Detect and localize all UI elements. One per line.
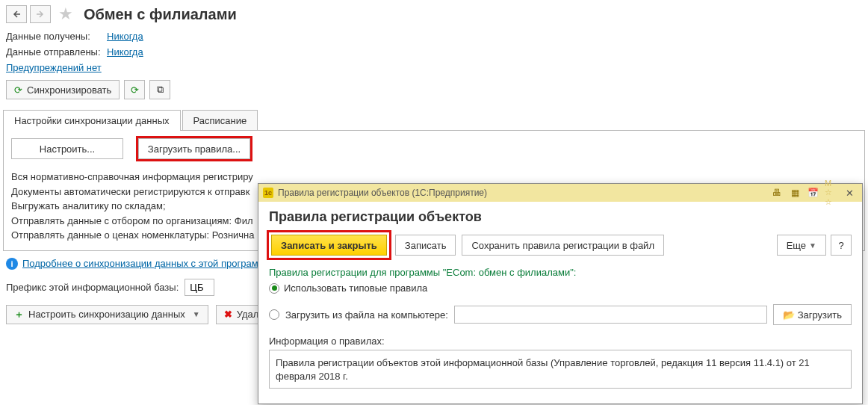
dialog-heading: Правила регистрации объектов	[269, 209, 852, 225]
dialog-toolbar: Записать и закрыть Записать Сохранить пр…	[269, 232, 852, 258]
rules-dialog: 1c Правила регистрации объектов (1С:Пред…	[258, 183, 863, 404]
configure-sync-label: Настроить синхронизацию данных	[28, 309, 185, 320]
radio-use-default[interactable]	[269, 283, 279, 294]
prefix-input[interactable]	[185, 279, 214, 296]
load-file-button-label: Загрузить	[798, 309, 842, 321]
info-line: Вся нормативно-справочная информация рег…	[11, 170, 857, 185]
dialog-toolbar-right: Еще ▼ ?	[777, 235, 852, 256]
rules-info-box: Правила регистрации объектов этой информ…	[269, 350, 852, 389]
radio-load-file-row: Загрузить из файла на компьютере: 📂 Загр…	[269, 304, 852, 325]
titlebar-icons: 🖶 ▦ 📅 M ☆ ☆	[771, 187, 837, 199]
sent-label: Данные отправлены:	[6, 46, 107, 58]
save-close-button[interactable]: Записать и закрыть	[271, 235, 387, 256]
prefix-label: Префикс этой информационной базы:	[6, 282, 179, 293]
tab-settings[interactable]: Настройки синхронизации данных	[3, 110, 181, 131]
app-1c-icon: 1c	[263, 188, 273, 198]
save-rules-file-button[interactable]: Сохранить правила регистрации в файл	[462, 235, 664, 256]
radio-load-file[interactable]	[269, 309, 279, 320]
header-row: ★ Обмен с филиалами	[0, 0, 868, 28]
chevron-down-icon: ▼	[193, 310, 200, 318]
page-title: Обмен с филиалами	[84, 6, 237, 23]
calculator-icon[interactable]: ▦	[789, 187, 801, 199]
plus-icon: ＋	[14, 308, 24, 321]
delete-icon: ✖	[224, 309, 232, 320]
sync-button[interactable]: ⟳ Синхронизировать	[6, 80, 120, 99]
info-sent-row: Данные отправлены: Никогда	[0, 44, 868, 60]
info-icon: i	[6, 258, 18, 270]
mtaxi-text: M ☆ ☆	[825, 187, 837, 199]
received-value-link[interactable]: Никогда	[107, 31, 143, 42]
main-toolbar: ⟳ Синхронизировать ⟳ ⧉	[0, 75, 868, 104]
arrow-right-icon	[36, 10, 45, 19]
more-info-link[interactable]: Подробнее о синхронизации данных с этой …	[22, 258, 258, 269]
refresh-search-icon: ⟳	[131, 84, 139, 96]
file-path-input[interactable]	[454, 306, 767, 324]
dialog-body: Правила регистрации объектов Записать и …	[258, 202, 862, 396]
warnings-link[interactable]: Предупреждений нет	[6, 62, 102, 73]
rules-subhead: Правила регистрации для программы "ECom:…	[269, 267, 852, 278]
copy-icon: ⧉	[157, 84, 164, 96]
help-button[interactable]: ?	[831, 235, 852, 256]
tab-button-row: Настроить... Загрузить правила...	[11, 138, 857, 159]
radio-load-file-label: Загрузить из файла на компьютере:	[285, 309, 448, 321]
configure-button[interactable]: Настроить...	[11, 138, 123, 159]
radio-use-default-label: Использовать типовые правила	[284, 282, 427, 294]
tabs: Настройки синхронизации данных Расписани…	[0, 110, 868, 131]
arrow-left-icon	[12, 10, 21, 19]
sent-value-link[interactable]: Никогда	[107, 46, 143, 58]
dialog-titlebar[interactable]: 1c Правила регистрации объектов (1С:Пред…	[258, 184, 862, 202]
more-button[interactable]: Еще ▼	[777, 235, 826, 256]
info-received-row: Данные получены: Никогда	[0, 28, 868, 44]
dialog-titlebar-text: Правила регистрации объектов (1С:Предпри…	[278, 188, 766, 198]
copy-button[interactable]: ⧉	[149, 80, 170, 99]
forward-button[interactable]	[30, 5, 51, 23]
received-label: Данные получены:	[6, 31, 107, 42]
refresh-icon: ⟳	[14, 84, 22, 96]
configure-sync-button[interactable]: ＋ Настроить синхронизацию данных ▼	[6, 305, 208, 324]
calendar-icon[interactable]: 📅	[807, 187, 819, 199]
chevron-down-icon: ▼	[809, 241, 816, 250]
radio-use-default-row: Использовать типовые правила	[269, 282, 852, 294]
print-icon[interactable]: 🖶	[771, 187, 783, 199]
favorite-star-icon[interactable]: ★	[58, 4, 73, 24]
sync-button-label: Синхронизировать	[27, 84, 111, 96]
folder-icon: 📂	[783, 309, 795, 321]
rules-info-label: Информация о правилах:	[269, 336, 852, 347]
refresh-search-button[interactable]: ⟳	[124, 80, 145, 99]
load-rules-button[interactable]: Загрузить правила...	[138, 138, 250, 159]
load-file-button[interactable]: 📂 Загрузить	[773, 304, 852, 325]
dialog-close-button[interactable]: ✕	[841, 186, 858, 200]
warnings-row: Предупреждений нет	[0, 60, 868, 75]
back-button[interactable]	[6, 5, 27, 23]
tab-schedule[interactable]: Расписание	[182, 110, 258, 131]
save-close-highlight: Записать и закрыть	[269, 232, 389, 258]
save-button[interactable]: Записать	[395, 235, 456, 256]
more-button-label: Еще	[787, 240, 806, 251]
